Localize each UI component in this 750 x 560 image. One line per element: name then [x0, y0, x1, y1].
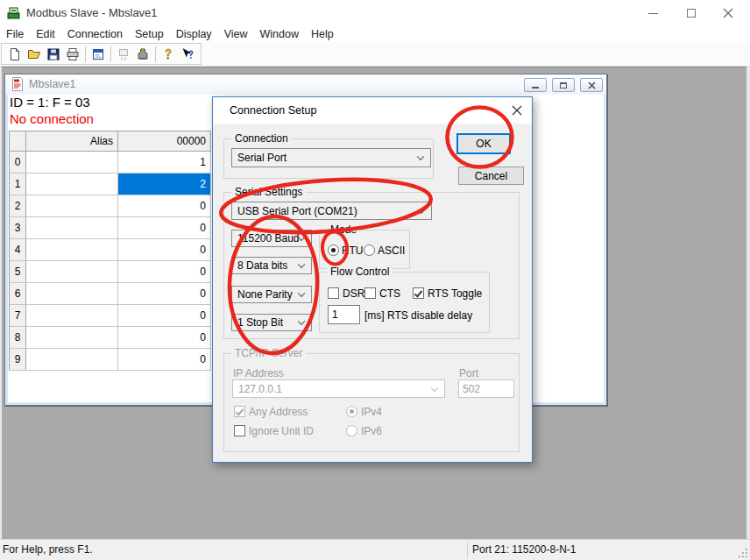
value-cell[interactable]: 0 — [118, 305, 211, 327]
parity-combo[interactable]: None Parity — [231, 286, 312, 303]
child-restore-button[interactable] — [552, 78, 575, 92]
print-button[interactable] — [63, 45, 82, 64]
stop-bits-value: 1 Stop Bit — [237, 316, 283, 329]
maximize-button[interactable] — [673, 0, 710, 26]
resize-grip[interactable] — [738, 548, 748, 558]
table-row: 4 0 — [10, 239, 211, 261]
cts-checkbox-label[interactable]: CTS — [379, 287, 400, 300]
dialog-close-button[interactable] — [510, 103, 524, 117]
menu-window[interactable]: Window — [254, 26, 305, 42]
rts-delay-input[interactable]: 1 — [328, 305, 360, 324]
alias-cell[interactable] — [26, 217, 118, 239]
baud-rate-combo[interactable]: 115200 Baud — [231, 230, 312, 247]
rts-toggle-checkbox-label[interactable]: RTS Toggle — [428, 287, 482, 300]
context-help-button[interactable] — [178, 45, 197, 64]
serial-port-combo[interactable]: USB Serial Port (COM21) — [231, 202, 432, 220]
stop-bits-combo[interactable]: 1 Stop Bit — [231, 314, 312, 331]
tcpip-group-label: TCP/IP Server — [231, 347, 306, 359]
data-bits-combo[interactable]: 8 Data bits — [231, 257, 312, 274]
value-cell[interactable]: 0 — [118, 327, 211, 349]
value-cell[interactable]: 0 — [118, 239, 211, 261]
alias-cell[interactable] — [26, 327, 118, 349]
ascii-radio-label[interactable]: ASCII — [378, 245, 405, 257]
alias-cell[interactable] — [26, 283, 118, 305]
checkmark-icon — [235, 407, 244, 415]
ok-button-label: OK — [476, 138, 491, 150]
rtu-radio[interactable] — [328, 245, 339, 256]
port-value: 502 — [463, 383, 480, 395]
value-cell[interactable]: 0 — [118, 195, 211, 217]
menu-file[interactable]: File — [0, 26, 30, 42]
value-cell[interactable]: 0 — [118, 261, 211, 283]
child-minimize-button[interactable] — [524, 78, 547, 92]
child-close-button[interactable] — [580, 78, 603, 92]
child-titlebar[interactable]: Mbslave1 — [5, 74, 606, 95]
row-header[interactable]: 2 — [10, 195, 26, 217]
cancel-button[interactable]: Cancel — [458, 167, 524, 185]
help-button[interactable] — [159, 45, 178, 64]
row-header[interactable]: 0 — [10, 152, 26, 174]
menu-connection[interactable]: Connection — [61, 26, 129, 42]
menu-help[interactable]: Help — [305, 26, 340, 42]
menu-display[interactable]: Display — [170, 26, 218, 42]
value-cell[interactable]: 0 — [118, 349, 211, 371]
table-row: 6 0 — [10, 283, 211, 305]
table-row: 8 0 — [10, 327, 211, 349]
rts-toggle-checkbox[interactable] — [413, 287, 424, 299]
alias-cell[interactable] — [26, 195, 118, 217]
status-separator — [467, 542, 468, 558]
menu-setup[interactable]: Setup — [129, 26, 170, 42]
alias-cell[interactable] — [26, 349, 118, 371]
value-cell-selected[interactable]: 2 — [118, 174, 211, 195]
alias-cell[interactable] — [26, 305, 118, 327]
alias-cell[interactable] — [26, 239, 118, 261]
ipv6-radio-label: IPv6 — [361, 425, 382, 437]
display-definition-button[interactable] — [88, 45, 108, 64]
value-cell[interactable]: 1 — [118, 152, 211, 174]
dialog-title: Connection Setup — [230, 97, 316, 124]
save-file-button[interactable] — [44, 45, 63, 64]
menu-view[interactable]: View — [218, 26, 254, 42]
minimize-button[interactable] — [634, 0, 671, 26]
grid-register-header[interactable]: 00000 — [118, 131, 211, 152]
close-button[interactable] — [710, 0, 746, 26]
grid-header-row: Alias 00000 — [10, 131, 211, 152]
dialog-titlebar[interactable]: Connection Setup — [213, 97, 532, 124]
table-row: 5 0 — [10, 261, 211, 283]
row-header[interactable]: 8 — [10, 327, 26, 349]
row-header[interactable]: 7 — [10, 305, 26, 327]
parity-value: None Parity — [237, 288, 293, 301]
connection-setup-dialog: Connection Setup Connection Serial Port … — [212, 96, 533, 463]
value-cell[interactable]: 0 — [118, 283, 211, 305]
alias-cell[interactable] — [26, 261, 118, 283]
toolbar-block — [1, 43, 202, 65]
rtu-radio-label[interactable]: RTU — [342, 245, 363, 257]
row-header[interactable]: 6 — [10, 283, 26, 305]
row-header[interactable]: 5 — [10, 261, 26, 283]
communication-traffic-button[interactable] — [133, 45, 152, 64]
dsr-checkbox-label[interactable]: DSR — [343, 287, 364, 300]
flow-control-group-label: Flow Control — [327, 266, 393, 278]
toolbar-separator — [110, 46, 111, 62]
connection-group-label: Connection — [231, 132, 292, 145]
rts-delay-value: 1 — [332, 308, 338, 321]
alias-cell[interactable] — [26, 152, 118, 174]
radio-dot-icon — [331, 248, 336, 252]
row-header[interactable]: 4 — [10, 239, 26, 261]
dsr-checkbox[interactable] — [328, 287, 339, 299]
ascii-radio[interactable] — [364, 245, 375, 256]
ignore-unit-id-checkbox[interactable] — [234, 425, 245, 436]
row-header[interactable]: 9 — [10, 349, 26, 371]
row-header[interactable]: 1 — [10, 174, 26, 195]
alias-cell[interactable] — [26, 174, 118, 195]
poll-definition-icon — [117, 47, 131, 61]
cts-checkbox[interactable] — [364, 287, 376, 299]
value-cell[interactable]: 0 — [118, 217, 211, 239]
open-file-button[interactable] — [25, 45, 44, 64]
row-header[interactable]: 3 — [10, 217, 26, 239]
menu-edit[interactable]: Edit — [30, 26, 61, 42]
connection-type-combo[interactable]: Serial Port — [231, 148, 431, 167]
grid-alias-header[interactable]: Alias — [26, 131, 118, 152]
new-file-button[interactable] — [5, 45, 25, 64]
ok-button[interactable]: OK — [456, 133, 511, 154]
